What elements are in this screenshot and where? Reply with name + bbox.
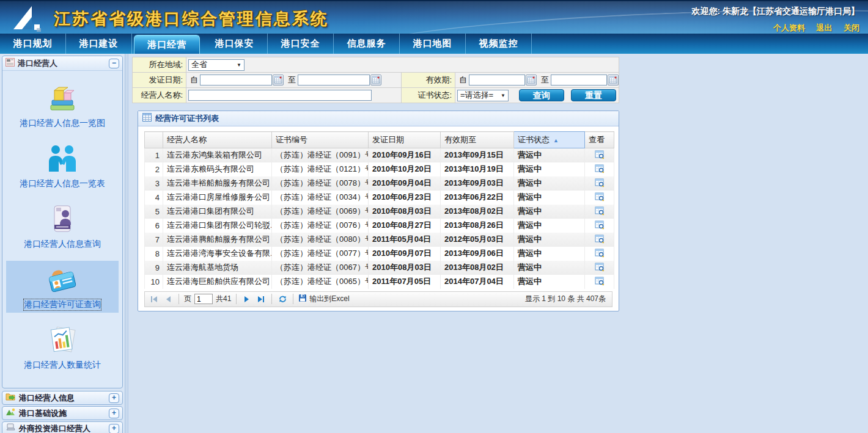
- table-row[interactable]: 8 连云港港湾海事安全设备有限... （苏连）港经证（0077）号 2010年0…: [145, 247, 614, 261]
- sidebar-item-label: 港口经营人信息一览图: [20, 118, 105, 129]
- expand-button[interactable]: +: [109, 424, 119, 433]
- tab-port-operation[interactable]: 港口经营: [134, 35, 200, 54]
- tab-port-map[interactable]: 港口地图: [400, 34, 466, 54]
- sidebar-item-operator-overview-table[interactable]: 港口经营人信息一览表: [6, 140, 119, 192]
- issue-date-to-input[interactable]: [298, 75, 370, 86]
- table-icon: [142, 113, 152, 124]
- export-excel-button[interactable]: 输出到Excel: [298, 294, 349, 304]
- cell-operator-name: 连云港港口房屋维修服务公司: [163, 191, 272, 205]
- sidebar-panel-operator-info[interactable]: 港口经营人信息 +: [2, 391, 123, 405]
- view-detail-icon[interactable]: [585, 219, 614, 233]
- cell-issue-date: 2010年08月03日: [369, 205, 441, 219]
- main-nav: 港口规划 港口建设 港口经营 港口保安 港口安全 信息服务 港口地图 视频监控: [0, 34, 868, 54]
- expand-button[interactable]: +: [109, 393, 119, 403]
- table-row[interactable]: 3 连云港丰裕船舶服务有限公司 （苏连）港经证（0078）号 2010年09月0…: [145, 176, 614, 191]
- view-detail-icon[interactable]: [585, 205, 614, 219]
- query-button[interactable]: 查询: [519, 89, 564, 101]
- sidebar-item-label: 港口经营许可证查询: [24, 299, 101, 310]
- last-page-icon[interactable]: [256, 294, 267, 305]
- table-row[interactable]: 10 连云港海巨船舶供应有限公司 （苏连）港经证（0065）号 2011年07月…: [145, 275, 614, 289]
- welcome-text: 欢迎您: 朱新龙【江苏省交通运输厅港口局】: [691, 6, 859, 17]
- tab-video-monitor[interactable]: 视频监控: [466, 34, 532, 54]
- cell-cert-no: （苏连）港经证（0080）号: [272, 233, 369, 247]
- cell-valid-until: 2012年05月03日: [441, 233, 514, 247]
- cell-cert-no: （苏连）港经证（0121）号: [272, 162, 369, 176]
- calendar-icon[interactable]: [370, 75, 381, 86]
- app-logo-icon: [10, 4, 49, 34]
- table-row[interactable]: 4 连云港港口房屋维修服务公司 （苏连）港经证（0034）号 2010年06月2…: [145, 191, 614, 205]
- divider: [293, 294, 293, 304]
- tab-port-planning[interactable]: 港口规划: [0, 34, 66, 54]
- sidebar-panel-body: 港口经营人信息一览图 港口经营人信息一览表: [2, 71, 122, 388]
- view-detail-icon[interactable]: [585, 176, 614, 191]
- cert-status-label: 证书状态:: [402, 88, 455, 103]
- tab-port-construction[interactable]: 港口建设: [66, 34, 132, 54]
- calendar-icon[interactable]: [608, 75, 619, 86]
- table-row[interactable]: 1 连云港东鸿集装箱有限公司 （苏连）港经证（0091）号 2010年09月16…: [145, 148, 614, 162]
- cell-cert-no: （苏连）港经证（0078）号: [272, 176, 369, 191]
- cell-cert-status: 营运中: [514, 205, 585, 219]
- calendar-icon[interactable]: [273, 75, 284, 86]
- validity-to-input[interactable]: [551, 75, 607, 86]
- issue-date-label: 发证日期:: [133, 73, 186, 88]
- tab-port-security[interactable]: 港口保安: [202, 34, 268, 54]
- cell-operator-name: 连云港港口集团有限公司轮驳...: [163, 219, 272, 233]
- operator-name-label: 经营人名称:: [133, 88, 186, 103]
- view-detail-icon[interactable]: [585, 148, 614, 162]
- reset-button[interactable]: 重置: [571, 89, 616, 101]
- table-row[interactable]: 6 连云港港口集团有限公司轮驳... （苏连）港经证（0076）号 2010年0…: [145, 219, 614, 233]
- validity-from-input[interactable]: [469, 75, 525, 86]
- sidebar-item-operator-info-query[interactable]: 港口经营人信息查询: [6, 200, 119, 252]
- operator-name-input[interactable]: [188, 90, 372, 101]
- region-select[interactable]: 全省 ▼: [188, 59, 245, 71]
- app-title: 江苏省省级港口综合管理信息系统: [54, 8, 329, 30]
- prev-page-icon[interactable]: [163, 294, 174, 305]
- column-header-valid-until[interactable]: 有效期至: [441, 132, 514, 148]
- app-header: 江苏省省级港口综合管理信息系统 欢迎您: 朱新龙【江苏省交通运输厅港口局】 个人…: [0, 0, 868, 34]
- table-row[interactable]: 2 连云港东粮码头有限公司 （苏连）港经证（0121）号 2010年10月20日…: [145, 162, 614, 176]
- column-header-cert-no[interactable]: 证书编号: [272, 132, 369, 148]
- collapse-button[interactable]: −: [109, 59, 119, 68]
- column-header-issue-date[interactable]: 发证日期: [369, 132, 441, 148]
- view-detail-icon[interactable]: [585, 233, 614, 247]
- issue-date-from-input[interactable]: [200, 75, 272, 86]
- sidebar-item-label: 港口经营人数量统计: [24, 360, 101, 371]
- cert-status-select[interactable]: =请选择= ▼: [457, 90, 509, 101]
- row-number: 6: [145, 219, 163, 233]
- sidebar-item-operator-overview-chart[interactable]: 港口经营人信息一览图: [6, 79, 119, 131]
- row-number: 5: [145, 205, 163, 219]
- logout-link[interactable]: 退出: [817, 23, 833, 32]
- first-page-icon[interactable]: [149, 294, 160, 305]
- divider: [236, 294, 237, 304]
- sidebar-item-operator-count-stats[interactable]: 港口经营人数量统计: [6, 321, 119, 373]
- view-detail-icon[interactable]: [585, 275, 614, 289]
- column-header-operator-name[interactable]: 经营人名称: [163, 132, 272, 148]
- boxes-stack-icon: [46, 83, 78, 116]
- close-link[interactable]: 关闭: [844, 23, 859, 32]
- row-number: 8: [145, 247, 163, 261]
- cell-cert-no: （苏连）港经证（0077）号: [272, 247, 369, 261]
- column-header-cert-status[interactable]: 证书状态▲: [514, 132, 585, 148]
- sidebar-panel-foreign-investment[interactable]: 外商投资港口经营人 +: [2, 421, 123, 433]
- table-row[interactable]: 5 连云港港口集团有限公司 （苏连）港经证（0069）号 2010年08月03日…: [145, 205, 614, 219]
- view-detail-icon[interactable]: [585, 162, 614, 176]
- id-badge-icon: [46, 204, 78, 237]
- table-row[interactable]: 7 连云港港腾船舶服务有限公司 （苏连）港经证（0080）号 2011年05月0…: [145, 233, 614, 247]
- view-detail-icon[interactable]: [585, 261, 614, 275]
- refresh-icon[interactable]: [277, 294, 288, 305]
- view-detail-icon[interactable]: [585, 247, 614, 261]
- sidebar-item-license-query[interactable]: 港口经营许可证查询: [6, 261, 119, 313]
- sidebar-panel-header[interactable]: 港口经营人 −: [2, 56, 122, 71]
- tab-info-service[interactable]: 信息服务: [334, 34, 400, 54]
- next-page-icon[interactable]: [241, 294, 252, 305]
- calendar-icon[interactable]: [526, 75, 537, 86]
- expand-button[interactable]: +: [109, 409, 119, 418]
- cell-issue-date: 2010年09月16日: [369, 148, 441, 162]
- tab-port-safety[interactable]: 港口安全: [268, 34, 334, 54]
- view-detail-icon[interactable]: [585, 191, 614, 205]
- profile-link[interactable]: 个人资料: [773, 23, 805, 32]
- table-row[interactable]: 9 连云港海航基地货场 （苏连）港经证（0067）号 2010年08月03日 2…: [145, 261, 614, 275]
- sidebar-panel-port-infrastructure[interactable]: 港口基础设施 +: [2, 406, 123, 420]
- cell-operator-name: 连云港东鸿集装箱有限公司: [163, 148, 272, 162]
- page-input[interactable]: [194, 294, 213, 304]
